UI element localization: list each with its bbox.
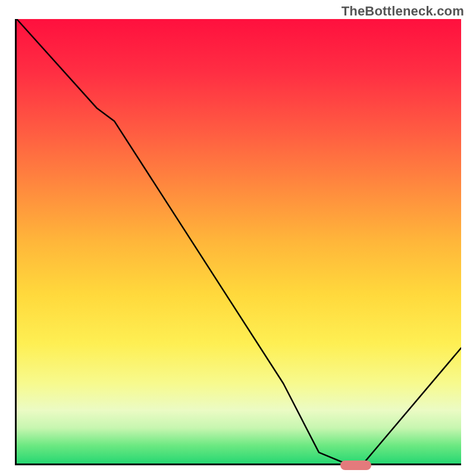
- optimal-point-marker: [340, 461, 371, 470]
- chart-plot-area: [15, 19, 461, 465]
- page-root: TheBottleneck.com: [0, 0, 476, 476]
- bottleneck-curve: [17, 19, 461, 464]
- bottleneck-curve-path: [17, 19, 461, 464]
- watermark-text: TheBottleneck.com: [342, 4, 464, 19]
